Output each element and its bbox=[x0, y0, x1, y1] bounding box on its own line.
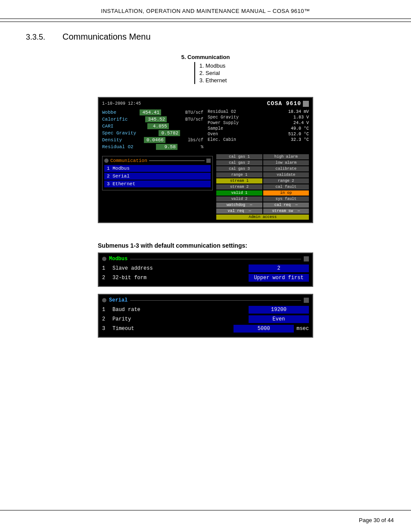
modbus-row-1: 1 Slave address 2 bbox=[102, 264, 309, 272]
menu-child-modbus: 1. Modbus bbox=[199, 62, 230, 69]
status-cal-gas-1: cal gas 1 bbox=[216, 154, 262, 159]
modbus-row-1-num: 1 bbox=[102, 265, 108, 271]
serial-row-2-label: Parity bbox=[112, 316, 249, 322]
modbus-row-1-label: Slave address bbox=[112, 265, 249, 271]
status-high-alarm: high alarm bbox=[263, 154, 309, 159]
status-calibrate: calibrate bbox=[263, 166, 309, 171]
serial-row-3-num: 3 bbox=[102, 326, 108, 332]
header-text: INSTALLATION, OPERATION AND MAINTENANCE … bbox=[101, 8, 310, 14]
serial-row-3: 3 Timeout 5000 msec bbox=[102, 325, 309, 333]
serial-dot-icon bbox=[102, 298, 106, 302]
menu-children: 1. Modbus 2. Serial 3. Ethernet bbox=[194, 62, 230, 84]
serial-row-2-value: Even bbox=[249, 315, 309, 323]
status-range-1: range 1 bbox=[216, 172, 262, 177]
comm-item-modbus: 1 Modbus bbox=[104, 165, 211, 172]
status-valid-2: valid 2 bbox=[216, 196, 262, 202]
status-stream-sw: stream sw — bbox=[263, 208, 309, 214]
modbus-title: Modbus bbox=[109, 256, 128, 262]
reading-calorific: Calorific 345.52 BTU/scf bbox=[102, 116, 203, 122]
reading-density: Density 0.0466 lbs/cf bbox=[102, 137, 203, 143]
serial-row-3-label: Timeout bbox=[112, 326, 234, 332]
header-rule bbox=[0, 22, 411, 22]
screen-status-grid: cal gas 1 high alarm cal gas 2 low alarm… bbox=[216, 154, 309, 220]
modbus-row-2-value: Upper word first bbox=[249, 274, 309, 282]
page-footer: Page 30 of 44 bbox=[359, 517, 394, 523]
serial-row-2-num: 2 bbox=[102, 316, 108, 322]
main-content: 3.3.5. Communications Menu 5. Communicat… bbox=[0, 19, 411, 358]
status-cal-req: cal req — bbox=[263, 202, 309, 208]
screen-title-box: COSA 9610 bbox=[267, 100, 309, 107]
readings-left: Wobbe 454.41 BTU/scf Calorific 345.52 BT… bbox=[102, 109, 203, 151]
status-cal-fault: cal fault bbox=[263, 184, 309, 190]
device-screen: 1-10-2009 12:45 COSA 9610 Wobbe 454.41 B… bbox=[98, 97, 313, 223]
reading-specgrav: Spec Gravity 0.5782 bbox=[102, 130, 203, 136]
status-val-req: val req — bbox=[216, 208, 262, 214]
status-watchdog: watchdog — bbox=[216, 202, 262, 208]
page-header: INSTALLATION, OPERATION AND MAINTENANCE … bbox=[0, 0, 411, 19]
screen-header: 1-10-2009 12:45 COSA 9610 bbox=[102, 100, 309, 107]
screen-indicator bbox=[303, 101, 309, 107]
comm-square-icon bbox=[206, 159, 211, 163]
modbus-panel-header: Modbus bbox=[102, 256, 309, 262]
section-number: 3.3.5. bbox=[26, 33, 45, 42]
modbus-row-2-label: 32-bit form bbox=[112, 275, 249, 281]
serial-row-1-num: 1 bbox=[102, 307, 108, 313]
reading-residual: Residual O2 9.58 % bbox=[102, 144, 203, 150]
menu-diagram: 5. Communication 1. Modbus 2. Serial 3. … bbox=[26, 54, 385, 84]
status-low-alarm: low alarm bbox=[263, 160, 309, 165]
menu-parent: 5. Communication bbox=[181, 54, 230, 60]
screen-comm-menu: Communication 1 Modbus 2 Serial 3 Ethern… bbox=[102, 154, 213, 220]
screen-body: Communication 1 Modbus 2 Serial 3 Ethern… bbox=[102, 154, 309, 220]
serial-row-3-unit: msec bbox=[296, 326, 309, 332]
menu-child-serial: 2. Serial bbox=[199, 69, 230, 77]
serial-panel-header: Serial bbox=[102, 297, 309, 303]
status-range-2: range 2 bbox=[263, 178, 309, 184]
footer-rule bbox=[0, 510, 411, 510]
section-title: Communications Menu bbox=[62, 32, 151, 42]
modbus-row-2-num: 2 bbox=[102, 275, 108, 281]
footer-text: Page 30 of 44 bbox=[359, 517, 394, 523]
comm-item-serial: 2 Serial bbox=[104, 173, 211, 180]
serial-panel: Serial 1 Baud rate 19200 2 Parity Even 3… bbox=[98, 294, 313, 338]
screen-title-text: COSA 9610 bbox=[267, 100, 301, 107]
serial-title: Serial bbox=[109, 297, 128, 303]
modbus-dot-icon bbox=[102, 257, 106, 261]
status-admin-access: Admin access bbox=[216, 215, 309, 220]
comm-dot-icon bbox=[104, 159, 109, 163]
screen-timestamp: 1-10-2009 12:45 bbox=[102, 101, 141, 106]
modbus-row-1-value: 2 bbox=[249, 264, 309, 272]
menu-child-ethernet: 3. Ethernet bbox=[199, 77, 230, 84]
status-stream-1: stream 1 bbox=[216, 178, 262, 184]
reading-cari: CARI 4.855 bbox=[102, 123, 203, 129]
serial-row-1: 1 Baud rate 19200 bbox=[102, 306, 309, 314]
status-in-op: in op bbox=[263, 190, 309, 196]
serial-row-2: 2 Parity Even bbox=[102, 315, 309, 323]
serial-row-1-value: 19200 bbox=[249, 306, 309, 314]
readings-right: Residual O2 18.34 mV Spec Gravity 1.83 V… bbox=[208, 109, 309, 151]
serial-sq-icon bbox=[304, 298, 309, 303]
serial-row-3-value: 5000 bbox=[234, 325, 294, 333]
status-sys-fault: sys fault bbox=[263, 196, 309, 202]
status-stream-2: stream 2 bbox=[216, 184, 262, 190]
submenus-label: Submenus 1-3 with default communication … bbox=[98, 242, 313, 249]
status-grid: cal gas 1 high alarm cal gas 2 low alarm… bbox=[216, 154, 309, 220]
serial-row-1-label: Baud rate bbox=[112, 307, 249, 313]
comm-menu-panel: Communication 1 Modbus 2 Serial 3 Ethern… bbox=[102, 156, 213, 190]
status-validate: validate bbox=[263, 172, 309, 177]
modbus-panel: Modbus 1 Slave address 2 2 32-bit form U… bbox=[98, 252, 313, 287]
status-valid-1: valid 1 bbox=[216, 190, 262, 196]
modbus-sq-icon bbox=[304, 256, 309, 261]
reading-wobbe: Wobbe 454.41 BTU/scf bbox=[102, 109, 203, 115]
status-cal-gas-3: cal gas 3 bbox=[216, 166, 262, 171]
status-cal-gas-2: cal gas 2 bbox=[216, 160, 262, 165]
comm-item-ethernet: 3 Ethernet bbox=[104, 180, 211, 187]
modbus-row-2: 2 32-bit form Upper word first bbox=[102, 274, 309, 282]
comm-menu-title: Communication bbox=[110, 158, 147, 163]
panels-container: Modbus 1 Slave address 2 2 32-bit form U… bbox=[26, 252, 385, 345]
screen-readings: Wobbe 454.41 BTU/scf Calorific 345.52 BT… bbox=[102, 109, 309, 151]
